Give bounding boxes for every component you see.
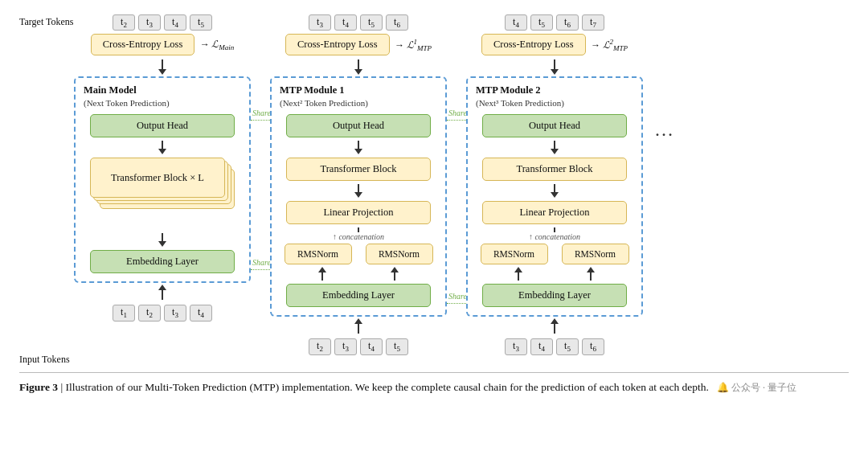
mtp1-in-t4: t4 [360, 338, 383, 354]
mtp2-output-head: Output Head [482, 114, 627, 137]
mtp1-arrow-1 [354, 59, 362, 75]
mtp1-output-head: Output Head [286, 114, 431, 137]
main-in-t2: t2 [138, 305, 161, 321]
main-arrow-3 [84, 233, 241, 247]
caption-label: Figure 3 [19, 381, 58, 393]
mtp1-transformer: Transformer Block [286, 158, 431, 181]
mtp1-in-t5: t5 [386, 338, 408, 354]
mtp2-t6: t6 [556, 14, 579, 31]
main-t3: t3 [138, 14, 161, 31]
mtp2-input-tokens: t3 t4 t5 t6 [505, 338, 604, 354]
main-loss-label: → ℒMain [199, 39, 234, 51]
main-t5: t5 [190, 14, 212, 31]
mtp1-rmsnorm2: RMSNorm [366, 244, 433, 264]
main-t4: t4 [164, 14, 186, 31]
mtp2-linear: Linear Projection [482, 201, 627, 224]
diagram-area: Target Tokens t2 t3 t4 t5 Cross-Entropy … [19, 14, 849, 355]
mtp1-t6: t6 [386, 14, 408, 31]
mtp1-t4: t4 [334, 14, 357, 31]
main-embedding: Embedding Layer [90, 250, 235, 273]
mtp2-t5: t5 [530, 14, 553, 31]
mtp2-module-box: MTP Module 2 (Next³ Token Prediction) Ou… [466, 76, 643, 317]
main-transformer: Transformer Block × L [90, 158, 225, 198]
ellipsis: … [648, 14, 674, 141]
main-module-box: Shared Shared Main Model (Next Token Pre… [74, 76, 251, 283]
main-in-t3: t3 [164, 305, 186, 321]
main-loss-box: Cross-Entropy Loss [91, 34, 195, 55]
mtp1-embedding: Embedding Layer [286, 284, 431, 307]
input-tokens-label-row: Input Tokens [19, 354, 849, 366]
main-input-tokens: t1 t2 t3 t4 [113, 305, 212, 321]
mtp2-in-t6: t6 [582, 338, 604, 354]
mtp2-target-tokens: t4 t5 t6 t7 [505, 14, 604, 31]
main-model-col: t2 t3 t4 t5 Cross-Entropy Loss → ℒMain S… [74, 14, 251, 322]
main-module-title: Main Model [84, 84, 241, 96]
wechat-label: 🔔 公众号 · 量子位 [717, 382, 796, 393]
mtp2-t4: t4 [505, 14, 527, 31]
main-target-tokens: t2 t3 t4 t5 [113, 14, 212, 31]
mtp2-in-t4: t4 [530, 338, 553, 354]
mtp2-loss-box: Cross-Entropy Loss [481, 34, 586, 55]
left-labels: Target Tokens [19, 14, 74, 28]
mtp2-embedding: Embedding Layer [482, 284, 627, 307]
main-t2: t2 [113, 14, 135, 31]
mtp1-linear: Linear Projection [286, 201, 431, 224]
input-tokens-label: Input Tokens [19, 354, 74, 366]
mtp1-input-tokens: t2 t3 t4 t5 [309, 338, 408, 354]
mtp2-concat-label: ↑ concatenation [529, 232, 580, 241]
mtp2-in-t5: t5 [556, 338, 579, 354]
main-transformer-stack: Transformer Block × L [90, 158, 235, 230]
mtp1-in-t3: t3 [334, 338, 357, 354]
mtp1-t5: t5 [360, 14, 383, 31]
caption-text: Illustration of our Multi-Token Predicti… [66, 381, 709, 393]
main-loss-row: Cross-Entropy Loss → ℒMain [91, 34, 235, 55]
mtp2-loss-label: → ℒ2MTP [591, 38, 628, 52]
mtp2-rmsnorm1: RMSNorm [481, 244, 548, 264]
mtp2-module-title: MTP Module 2 [476, 84, 633, 96]
mtp1-t3: t3 [309, 14, 331, 31]
mtp1-loss-box: Cross-Entropy Loss [285, 34, 390, 55]
mtp1-loss-row: Cross-Entropy Loss → ℒ1MTP [285, 34, 432, 55]
target-tokens-label: Target Tokens [19, 14, 74, 28]
main-in-t4: t4 [190, 305, 212, 321]
main-in-t1: t1 [113, 305, 135, 321]
mtp1-target-tokens: t3 t4 t5 t6 [309, 14, 408, 31]
mtp2-rmsnorm-row: RMSNorm RMSNorm [476, 244, 633, 264]
mtp2-module-subtitle: (Next³ Token Prediction) [476, 98, 633, 108]
main-output-head: Output Head [90, 114, 235, 137]
caption-separator: | [58, 381, 65, 393]
main-arrow-1 [158, 59, 166, 75]
mtp1-concat-label: ↑ concatenation [333, 232, 384, 241]
mtp2-col: t4 t5 t6 t7 Cross-Entropy Loss → ℒ2MTP M… [466, 14, 643, 355]
mtp1-rmsnorm1: RMSNorm [285, 244, 352, 264]
mtp2-in-t3: t3 [505, 338, 527, 354]
mtp2-transformer: Transformer Block [482, 158, 627, 181]
mtp1-module-subtitle: (Next² Token Prediction) [280, 98, 437, 108]
mtp1-module-box: Shared Shared MTP Module 1 (Next² Token … [270, 76, 447, 317]
main-arrow-4 [158, 285, 166, 300]
mtp2-rmsnorm2: RMSNorm [562, 244, 629, 264]
figure-container: Target Tokens t2 t3 t4 t5 Cross-Entropy … [19, 14, 849, 396]
mtp1-col: t3 t4 t5 t6 Cross-Entropy Loss → ℒ1MTP S… [270, 14, 447, 355]
mtp1-rmsnorm-row: RMSNorm RMSNorm [280, 244, 437, 264]
mtp1-module-title: MTP Module 1 [280, 84, 437, 96]
mtp1-loss-label: → ℒ1MTP [395, 38, 432, 52]
main-module-subtitle: (Next Token Prediction) [84, 98, 241, 108]
figure-caption: Figure 3 | Illustration of our Multi-Tok… [19, 379, 849, 396]
main-arrow-2 [84, 141, 241, 154]
mtp2-t7: t7 [582, 14, 604, 31]
mtp1-in-t2: t2 [309, 338, 331, 354]
mtp2-loss-row: Cross-Entropy Loss → ℒ2MTP [481, 34, 628, 55]
